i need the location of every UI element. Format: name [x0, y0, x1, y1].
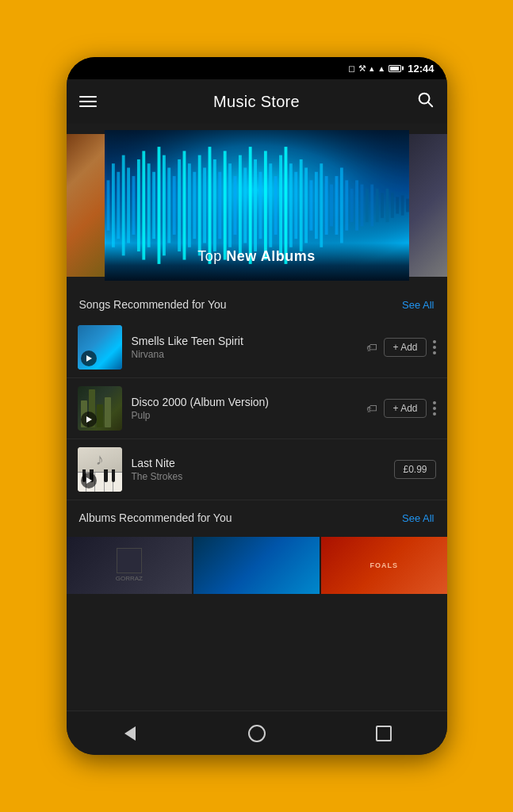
songs-see-all-button[interactable]: See All — [402, 299, 434, 311]
svg-rect-22 — [203, 168, 206, 243]
svg-rect-26 — [223, 151, 226, 259]
svg-rect-33 — [258, 172, 262, 239]
svg-rect-42 — [304, 168, 308, 243]
svg-rect-28 — [233, 176, 236, 235]
play-overlay-3 — [81, 473, 97, 488]
svg-rect-39 — [289, 163, 292, 247]
content-area: Top New Albums Songs Recommended for You… — [67, 124, 447, 710]
song-art-strokes: ♪ — [78, 447, 122, 492]
song-info-2: Disco 2000 (Album Version) Pulp — [132, 396, 358, 421]
svg-rect-55 — [370, 185, 373, 227]
svg-rect-41 — [299, 159, 302, 251]
song-artist-3: The Strokes — [132, 471, 385, 482]
svg-rect-36 — [274, 176, 277, 235]
svg-rect-45 — [320, 163, 323, 247]
status-time: 12:44 — [408, 63, 434, 75]
svg-rect-31 — [248, 147, 251, 264]
banner-side-left — [67, 134, 105, 277]
tag-icon-2: 🏷 — [366, 402, 377, 415]
svg-rect-21 — [197, 155, 201, 256]
song-info-3: Last Nite The Strokes — [132, 457, 385, 482]
song-art-pulp — [78, 386, 122, 431]
svg-rect-9 — [136, 159, 140, 251]
price-button-3[interactable]: £0.99 — [394, 460, 435, 479]
svg-rect-4 — [111, 163, 114, 247]
recent-apps-button[interactable] — [365, 714, 403, 753]
svg-rect-13 — [157, 147, 160, 264]
svg-rect-35 — [269, 163, 272, 247]
svg-rect-49 — [339, 168, 343, 243]
home-button[interactable] — [238, 714, 276, 753]
svg-rect-3 — [106, 180, 109, 230]
svg-rect-48 — [335, 176, 338, 235]
svg-rect-6 — [121, 155, 124, 256]
svg-rect-40 — [294, 172, 297, 239]
status-icons: ◻ ⚒ ▴ ▲ 12:44 — [348, 63, 434, 75]
svg-rect-29 — [238, 155, 241, 256]
album-thumb-3[interactable]: FOALS — [321, 537, 447, 594]
svg-rect-16 — [172, 176, 175, 235]
app-bar: Music Store — [67, 79, 447, 124]
svg-rect-27 — [228, 163, 232, 247]
svg-rect-60 — [396, 197, 399, 213]
svg-rect-19 — [187, 163, 190, 247]
svg-rect-47 — [330, 185, 333, 227]
svg-rect-51 — [350, 189, 353, 222]
song-item-2: Disco 2000 (Album Version) Pulp 🏷 + Add — [67, 378, 447, 439]
banner-side-right — [409, 134, 447, 277]
svg-rect-34 — [263, 151, 266, 259]
svg-rect-53 — [360, 185, 363, 227]
svg-rect-61 — [400, 195, 404, 215]
signal-icon: ▲ — [377, 64, 385, 73]
albums-section-header: Albums Recommended for You See All — [67, 500, 447, 530]
more-button-1[interactable] — [433, 340, 436, 354]
svg-rect-37 — [279, 155, 282, 256]
svg-rect-25 — [218, 172, 221, 239]
song-actions-1: 🏷 + Add — [366, 338, 435, 357]
banner-background: Top New Albums — [105, 130, 409, 281]
svg-rect-56 — [375, 189, 378, 222]
svg-rect-44 — [314, 172, 317, 239]
play-overlay-2 — [81, 412, 97, 427]
vibrate-icon: ◻ — [348, 63, 355, 74]
menu-button[interactable] — [79, 96, 97, 107]
album-thumb-1[interactable]: GORRAZ — [67, 537, 193, 594]
song-title-1: Smells Like Teen Spirit — [132, 335, 358, 347]
albums-strip: GORRAZ FOALS — [67, 530, 447, 594]
svg-rect-15 — [167, 168, 170, 243]
back-button[interactable] — [111, 714, 149, 753]
albums-see-all-button[interactable]: See All — [402, 512, 434, 524]
svg-rect-12 — [152, 172, 155, 239]
song-title-2: Disco 2000 (Album Version) — [132, 396, 358, 408]
bottom-nav — [67, 710, 447, 755]
svg-rect-23 — [208, 147, 211, 264]
svg-rect-10 — [142, 151, 145, 259]
song-info-1: Smells Like Teen Spirit Nirvana — [132, 335, 358, 360]
svg-rect-59 — [390, 193, 393, 218]
svg-rect-5 — [117, 172, 120, 239]
search-button[interactable] — [416, 90, 434, 113]
song-art-nirvana — [78, 325, 122, 370]
svg-rect-18 — [182, 151, 186, 259]
svg-rect-7 — [127, 168, 130, 243]
banner-main[interactable]: Top New Albums — [105, 130, 409, 281]
svg-rect-8 — [132, 176, 135, 235]
svg-rect-20 — [193, 172, 196, 239]
song-actions-3: £0.99 — [394, 460, 435, 479]
albums-section-title: Albums Recommended for You — [79, 511, 232, 524]
battery-icon — [389, 65, 401, 72]
album-thumb-2[interactable] — [193, 537, 320, 594]
more-button-2[interactable] — [433, 401, 436, 416]
svg-rect-24 — [212, 159, 216, 251]
svg-rect-57 — [381, 193, 384, 218]
song-actions-2: 🏷 + Add — [366, 399, 435, 418]
add-button-2[interactable]: + Add — [384, 399, 426, 418]
song-item-1: Smells Like Teen Spirit Nirvana 🏷 + Add — [67, 317, 447, 378]
svg-rect-52 — [355, 180, 358, 230]
add-button-1[interactable]: + Add — [384, 338, 426, 357]
svg-rect-46 — [324, 176, 327, 235]
svg-rect-32 — [254, 159, 257, 251]
status-bar: ◻ ⚒ ▴ ▲ 12:44 — [67, 57, 447, 79]
svg-rect-14 — [162, 155, 165, 256]
svg-rect-43 — [309, 180, 312, 230]
